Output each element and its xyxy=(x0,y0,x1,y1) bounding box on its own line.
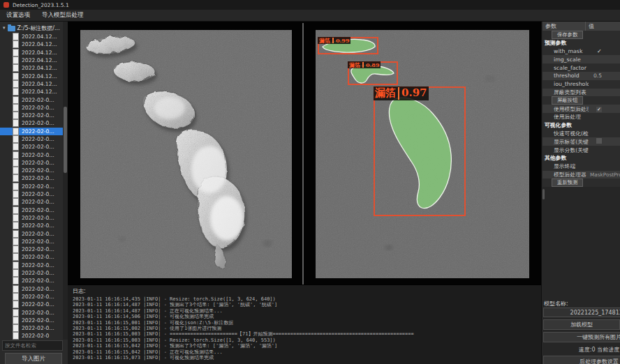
tree-item[interactable]: 2022-02-0... xyxy=(0,293,63,301)
param-row[interactable]: 显示标签(关键点) xyxy=(542,137,620,146)
tree-item[interactable]: 2022-02-0... xyxy=(0,104,63,112)
tree-item[interactable]: 2022-02-0... xyxy=(0,308,63,316)
tree-item[interactable]: 2022.04.12... xyxy=(0,72,63,79)
tree-item[interactable]: 2022.04.12... xyxy=(0,33,63,40)
menu-item-settings[interactable]: 设置选项 xyxy=(6,11,30,20)
param-row[interactable]: 使用模型后处理✓ xyxy=(542,105,620,113)
log-panel[interactable]: 日志: 2023-01-11 16:16:14,435 |INFO| - Res… xyxy=(68,285,541,364)
param-row[interactable]: scale_factor xyxy=(542,63,620,72)
file-icon xyxy=(13,230,19,238)
expand-arrow-icon[interactable]: ▾ xyxy=(3,26,6,31)
tree-item[interactable]: 2022-02-0... xyxy=(0,214,63,222)
tree-item-label: 2022-02-0... xyxy=(22,222,54,229)
file-panel: ▾ Z:/5-标注数据/... 2022.04.12...2022.04.12.… xyxy=(0,22,68,364)
param-row[interactable]: 快速可视化(检测) xyxy=(542,130,620,138)
file-icon xyxy=(13,245,19,253)
tree-item[interactable]: 2022-02-0... xyxy=(0,261,63,269)
tree-item[interactable]: 2022-02-0... xyxy=(0,285,63,293)
tree-item[interactable]: 2022.04.12... xyxy=(0,64,63,72)
file-icon xyxy=(13,64,19,72)
tree-item[interactable]: 2022-02-0... xyxy=(0,324,63,332)
tree-item[interactable]: 2022-02-0... xyxy=(0,167,63,174)
param-row[interactable]: with_mask✓ xyxy=(542,47,620,56)
menu-item-import-postprocess[interactable]: 导入模型后处理 xyxy=(42,11,84,20)
tree-item[interactable]: 2022.04.12... xyxy=(0,88,63,96)
tree-item[interactable]: 2022-02-0... xyxy=(0,128,63,135)
tree-item[interactable]: 2022-02-0... xyxy=(0,222,63,229)
tree-item[interactable]: 2022-02-0... xyxy=(0,238,63,245)
file-icon xyxy=(13,332,19,340)
param-button[interactable]: 重新预测 xyxy=(552,179,583,187)
file-icon xyxy=(13,49,19,56)
param-value-text: 0.5 xyxy=(589,73,602,79)
tree-item[interactable]: 2022-02-0... xyxy=(0,269,63,277)
tree-scrollbar[interactable] xyxy=(63,22,68,340)
predict-all-button[interactable]: 一键预测所有图片 xyxy=(543,332,620,342)
tree-item[interactable]: 2022-02-0... xyxy=(0,317,63,324)
param-section-row: 其他参数 xyxy=(542,154,620,162)
tree-item[interactable]: 2022-02-0... xyxy=(0,253,63,261)
tree-item[interactable]: 2022-02-0... xyxy=(0,206,63,214)
param-row[interactable]: iou_threshold xyxy=(542,80,620,89)
param-row: 屏蔽按钮 xyxy=(542,96,620,105)
param-row[interactable]: 使用后处理 xyxy=(542,113,620,121)
param-row[interactable]: 显示终端 xyxy=(542,162,620,171)
import-images-button[interactable]: 导入图片 xyxy=(5,353,62,364)
param-row[interactable]: 显示分数(关键点) xyxy=(542,146,620,154)
detection-class-name: 漏箔 xyxy=(349,61,360,68)
tree-item[interactable]: 2022.04.12... xyxy=(0,56,63,64)
tree-item[interactable]: 2022.04.12... xyxy=(0,49,63,56)
param-button[interactable]: 屏蔽按钮 xyxy=(552,96,583,105)
tree-item[interactable]: 2022-02-0... xyxy=(0,112,63,119)
param-row[interactable]: 模型后处理器MaskPostPro xyxy=(542,171,620,179)
original-image-panel[interactable] xyxy=(80,30,292,278)
param-row[interactable]: 屏蔽类型列表 xyxy=(542,89,620,97)
tree-item[interactable]: 2022-02-0... xyxy=(0,96,63,103)
postprocess-settings-button[interactable]: 后处理参数设置 xyxy=(543,356,620,364)
tree-item[interactable]: 2022.04.12... xyxy=(0,80,63,88)
image-splitter[interactable] xyxy=(302,23,304,286)
param-row[interactable]: img_scale xyxy=(542,55,620,63)
tree-item[interactable]: 2022-02-0... xyxy=(0,135,63,143)
tree-item[interactable]: 2022-02-0... xyxy=(0,183,63,190)
load-model-button[interactable]: 加载模型 xyxy=(543,319,620,330)
tree-item[interactable]: 2022-02-0... xyxy=(0,198,63,206)
tree-item[interactable]: 2022-02-0... xyxy=(0,229,63,237)
model-name-select[interactable]: 20221225_174813... xyxy=(543,308,620,317)
tree-item-label: 2022.04.12... xyxy=(22,89,57,95)
progress-text: 速度:0 当前进度 xyxy=(543,345,620,354)
detection-score: 0.99 xyxy=(336,37,349,44)
tree-item[interactable]: 2022-02-0... xyxy=(0,151,63,158)
tree-item[interactable]: 2022.04.12... xyxy=(0,40,63,48)
checkbox[interactable] xyxy=(596,138,602,144)
detection-class-name: 漏箔 xyxy=(375,86,396,100)
tree-item[interactable]: 2022-02-0... xyxy=(0,277,63,285)
tree-item[interactable]: 2022-02-0... xyxy=(0,119,63,127)
param-value xyxy=(589,138,620,145)
param-row[interactable]: threshold0.5 xyxy=(542,72,620,80)
tree-root-folder[interactable]: ▾ Z:/5-标注数据/... xyxy=(0,24,63,33)
tree-item[interactable]: 2022-02-0... xyxy=(0,174,63,182)
search-input[interactable] xyxy=(2,340,63,351)
param-label: 显示终端 xyxy=(542,162,589,170)
tree-item[interactable]: 2022-02-0... xyxy=(0,245,63,253)
tree-item[interactable]: 2022-02-0... xyxy=(0,159,63,167)
check-icon: ✓ xyxy=(589,48,602,54)
tree-item-label: 2022.04.12... xyxy=(22,33,57,40)
tree-scrollbar-thumb[interactable] xyxy=(64,107,67,173)
tree-item-label: 2022-02-0... xyxy=(22,317,54,324)
tree-item[interactable]: 2022-02-0 xyxy=(0,332,63,340)
window-title: Detection_2023.1.5.1 xyxy=(13,2,69,8)
menu-bar: 设置选项 导入模型后处理 xyxy=(0,10,620,22)
tree-item[interactable]: 2022-02-0... xyxy=(0,143,63,151)
file-icon xyxy=(13,88,19,96)
checkbox[interactable]: ✓ xyxy=(596,107,602,112)
tree-item[interactable]: 2022-02-0... xyxy=(0,190,63,198)
prediction-image-panel[interactable]: 漏箔0.99漏箔0.89漏箔0.97 xyxy=(316,30,529,278)
params-scrollbar-thumb[interactable] xyxy=(542,189,545,199)
file-icon xyxy=(13,261,19,269)
param-button[interactable]: 保存参数 xyxy=(552,31,583,39)
file-icon xyxy=(13,238,19,245)
tree-item[interactable]: 2022-02-0... xyxy=(0,301,63,308)
file-icon xyxy=(13,301,19,308)
